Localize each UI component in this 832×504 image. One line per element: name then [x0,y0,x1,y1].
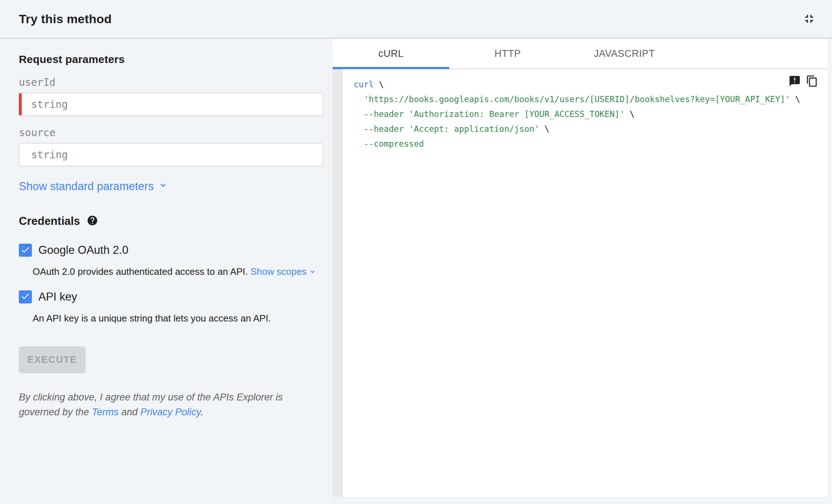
source-input[interactable] [19,143,323,166]
panel-header: Try this method [0,0,832,39]
oauth-checkbox[interactable] [19,244,32,257]
code-language-tabs: cURL HTTP JAVASCRIPT [333,39,828,69]
show-standard-parameters-label: Show standard parameters [19,180,154,193]
try-this-method-panel: Try this method Request parameters userI… [0,0,832,504]
execute-button[interactable]: EXECUTE [19,346,86,373]
feedback-icon [789,75,801,87]
userid-input[interactable] [19,93,323,116]
legal-text: By clicking above, I agree that my use o… [19,390,305,420]
terms-link[interactable]: Terms [92,407,118,417]
show-scopes-link[interactable]: Show scopes [250,266,317,277]
copy-code-button[interactable] [806,75,818,87]
tab-javascript[interactable]: JAVASCRIPT [566,39,683,68]
tab-http[interactable]: HTTP [449,39,566,68]
copy-icon [806,75,818,87]
api-key-checkbox[interactable] [19,290,32,303]
api-key-checkbox-label: API key [38,290,77,303]
code-block: curl \ 'https://books.googleapis.com/boo… [343,69,828,159]
source-field-label: source [19,127,323,139]
code-card: curl \ 'https://books.googleapis.com/boo… [343,69,828,497]
checkmark-icon [20,291,30,302]
api-key-description: An API key is a unique string that lets … [33,313,323,324]
fullscreen-exit-icon [802,12,816,26]
request-parameters-heading: Request parameters [19,53,323,66]
credentials-heading: Credentials [19,215,80,228]
request-parameters-panel: Request parameters userId source Show st… [0,39,333,497]
chevron-down-icon [158,180,168,193]
chevron-down-icon [309,267,317,278]
show-standard-parameters-link[interactable]: Show standard parameters [19,180,168,193]
code-area: curl \ 'https://books.googleapis.com/boo… [333,69,828,497]
page-title: Try this method [19,12,112,26]
oauth-description: OAuth 2.0 provides authenticated access … [33,266,323,278]
tab-curl[interactable]: cURL [333,39,449,68]
feedback-button[interactable] [789,75,801,87]
privacy-policy-link[interactable]: Privacy Policy [140,407,200,417]
fullscreen-exit-button[interactable] [802,12,816,26]
code-sample-panel: cURL HTTP JAVASCRIPT curl \ 'https://boo… [333,39,828,497]
oauth-checkbox-label: Google OAuth 2.0 [38,244,128,257]
help-icon[interactable] [87,215,98,228]
userid-field-label: userId [19,76,323,88]
checkmark-icon [20,245,30,256]
